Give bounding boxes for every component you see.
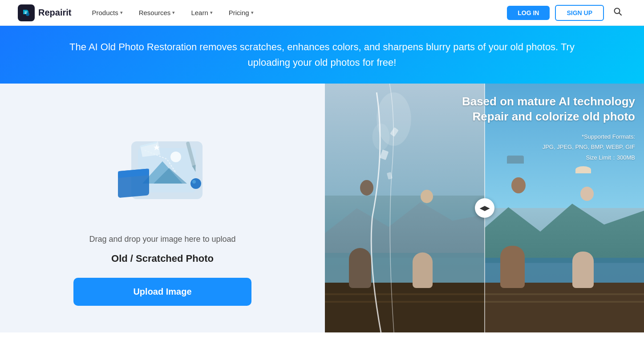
main-content: Drag and drop your image here to upload …: [0, 84, 644, 332]
banner: The AI Old Photo Restoration removes scr…: [0, 26, 644, 84]
svg-point-1: [26, 12, 29, 16]
banner-text: The AI Old Photo Restoration removes scr…: [55, 39, 589, 70]
logo-icon: [18, 4, 35, 21]
slider-handle[interactable]: ◀ ▶: [475, 198, 494, 218]
upload-type-text: Old / Scratched Photo: [111, 253, 214, 264]
svg-rect-19: [380, 150, 389, 160]
formats-label: *Supported Formats:: [462, 132, 635, 142]
login-button[interactable]: LOG IN: [507, 6, 550, 20]
nav-learn[interactable]: Learn ▾: [184, 5, 219, 20]
upload-panel: Drag and drop your image here to upload …: [0, 84, 325, 332]
logo-link[interactable]: Repairit: [18, 4, 71, 21]
formats-list: JPG, JPEG, PNG, BMP, WEBP, GIF: [462, 142, 635, 152]
svg-line-3: [619, 13, 621, 15]
upload-image-button[interactable]: Upload Image: [73, 278, 251, 306]
brand-name: Repairit: [38, 8, 71, 18]
chevron-down-icon: ▾: [251, 10, 254, 16]
navbar: Repairit Products ▾ Resources ▾ Learn ▾ …: [0, 0, 644, 26]
search-icon: [613, 7, 623, 16]
nav-pricing[interactable]: Pricing ▾: [222, 5, 261, 20]
chevron-down-icon: ▾: [172, 10, 175, 16]
svg-point-18: [373, 124, 390, 150]
search-button[interactable]: [609, 5, 626, 20]
info-overlay: Based on mature AI technology Repair and…: [462, 94, 635, 163]
size-limit: Size Limit：300MB: [462, 152, 635, 163]
upload-illustration: [100, 110, 225, 226]
nav-products[interactable]: Products ▾: [85, 5, 130, 20]
nav-links: Products ▾ Resources ▾ Learn ▾ Pricing ▾: [85, 5, 507, 20]
chevron-down-icon: ▾: [210, 10, 213, 16]
nav-actions: LOG IN SIGN UP: [507, 5, 626, 21]
upload-svg-illustration: [105, 115, 220, 221]
photo-damaged: [325, 84, 485, 332]
svg-point-14: [192, 180, 196, 184]
slider-right-arrow: ▶: [485, 204, 490, 212]
nav-resources[interactable]: Resources ▾: [132, 5, 182, 20]
slider-left-arrow: ◀: [480, 204, 485, 212]
chevron-down-icon: ▾: [120, 10, 123, 16]
preview-panel: ◀ ▶ Based on mature AI technology Repair…: [325, 84, 644, 332]
svg-point-8: [170, 152, 181, 162]
preview-title: Based on mature AI technology Repair and…: [462, 94, 635, 124]
preview-formats: *Supported Formats: JPG, JPEG, PNG, BMP,…: [462, 132, 635, 163]
upload-drag-text: Drag and drop your image here to upload: [89, 235, 235, 244]
svg-point-13: [190, 178, 201, 189]
signup-button[interactable]: SIGN UP: [555, 5, 604, 21]
